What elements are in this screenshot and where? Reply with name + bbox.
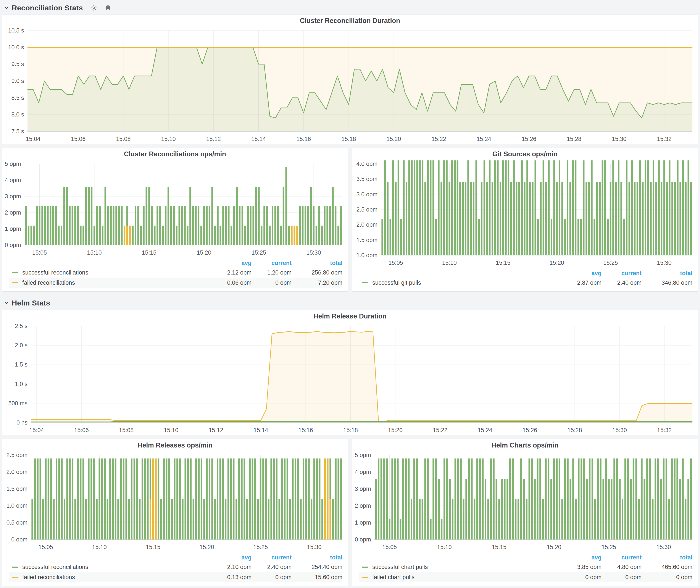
cluster-reconciliations-bar-chart[interactable]: 5 opm4 opm3 opm2 opm1 opm0 opm15:0515:10… [2,160,348,258]
legend-col-current[interactable]: current [602,554,642,561]
panel-title[interactable]: Helm Release Duration [2,310,698,323]
svg-text:15:16: 15:16 [296,136,311,142]
svg-text:15:25: 15:25 [603,260,618,266]
legend-series-label[interactable]: successful reconciliations [22,269,88,276]
svg-text:15:24: 15:24 [477,136,491,142]
svg-text:500 ms: 500 ms [8,400,27,407]
svg-text:7.5 s: 7.5 s [11,128,24,135]
svg-text:4 opm: 4 opm [5,177,21,183]
svg-text:15:06: 15:06 [71,136,86,142]
stat-current: 0 opm [252,279,292,286]
svg-text:15:14: 15:14 [253,427,268,433]
stat-current: 2.40 opm [602,279,642,286]
series-dash-icon [362,567,368,568]
legend-col-avg[interactable]: avg [206,260,252,267]
svg-text:1.5 opm: 1.5 opm [356,237,377,243]
svg-text:9.0 s: 9.0 s [11,78,24,84]
svg-text:1 opm: 1 opm [355,519,371,526]
svg-text:15:20: 15:20 [200,544,214,550]
helm-releases-bar-chart[interactable]: 2.5 opm2.0 opm1.5 opm1.0 opm0.5 opm0 opm… [2,452,348,552]
legend-col-total[interactable]: total [642,270,692,277]
section-reconciliation-stats[interactable]: Reconciliation Stats [3,2,698,13]
legend-col-avg[interactable]: avg [556,554,602,561]
stat-avg: 0 opm [556,574,602,581]
section-title[interactable]: Reconciliation Stats [12,4,83,12]
svg-text:15:20: 15:20 [197,249,211,256]
legend-row: failed reconciliations 0.06 opm 0 opm 7.… [9,278,342,288]
svg-text:15:24: 15:24 [478,427,492,433]
cluster-reconciliation-duration-chart[interactable]: 10.5 s10.0 s9.5 s9.0 s8.5 s8.0 s7.5 s15:… [2,27,698,144]
legend-col-current[interactable]: current [252,260,292,267]
legend-col-total[interactable]: total [292,554,342,561]
section-title[interactable]: Helm Stats [12,299,50,307]
legend-series-label[interactable]: successful chart pulls [372,564,428,570]
legend-series-failed-reconciliations[interactable]: failed reconciliations [12,574,206,581]
legend-col-total[interactable]: total [292,260,342,267]
svg-text:15:15: 15:15 [496,260,511,266]
stat-avg: 2.12 opm [206,269,252,276]
svg-text:3.5 opm: 3.5 opm [356,176,377,182]
legend-col-current[interactable]: current [252,554,292,561]
legend-series-successful-chart-pulls[interactable]: successful chart pulls [362,564,556,570]
svg-text:15:20: 15:20 [550,260,564,266]
git-sources-bar-chart[interactable]: 4.0 opm3.5 opm3.0 opm2.5 opm2.0 opm1.5 o… [352,160,698,268]
panel-helm-releases-opm: Helm Releases ops/min 2.5 opm2.0 opm1.5 … [2,439,348,586]
stat-current: 0 opm [602,574,642,581]
svg-text:1.0 opm: 1.0 opm [356,252,377,258]
svg-text:15:05: 15:05 [32,249,47,256]
stat-total: 346.80 opm [642,279,692,286]
panel-title[interactable]: Cluster Reconciliation Duration [2,15,698,27]
legend-col-avg[interactable]: avg [206,554,252,561]
panel-title[interactable]: Helm Charts ops/min [352,439,698,452]
legend-series-label[interactable]: failed reconciliations [22,279,75,286]
panel-helm-release-duration: Helm Release Duration 2.5 s2.0 s1.5 s1.0… [2,310,698,435]
svg-text:15:22: 15:22 [432,136,446,142]
legend-col-avg[interactable]: avg [556,270,602,277]
stat-avg: 2.87 opm [556,279,602,286]
section-helm-stats[interactable]: Helm Stats [3,297,698,309]
panel-git-sources-opm: Git Sources ops/min 4.0 opm3.5 opm3.0 op… [352,148,698,292]
helm-charts-bar-chart[interactable]: 5 opm4 opm3 opm2 opm1 opm0 opm15:0515:10… [352,452,698,552]
stat-current: 2.40 opm [252,564,292,570]
svg-text:3 opm: 3 opm [355,486,371,492]
svg-text:2.0 opm: 2.0 opm [6,469,27,475]
legend-row: successful reconciliations 2.12 opm 1.20… [9,268,342,278]
legend-series-label[interactable]: successful reconciliations [22,564,88,570]
legend-series-label[interactable]: failed chart pulls [372,574,415,581]
svg-text:1.0 opm: 1.0 opm [6,502,27,509]
panel-cluster-reconciliations-opm: Cluster Reconciliations ops/min 5 opm4 o… [2,148,348,292]
legend-series-failed-chart-pulls[interactable]: failed chart pulls [362,574,556,581]
legend-series-successful-reconciliations[interactable]: successful reconciliations [12,564,206,570]
svg-text:15:04: 15:04 [26,136,40,142]
svg-text:15:10: 15:10 [87,249,102,256]
legend-row: failed chart pulls 0 opm 0 opm 0 opm [359,572,692,582]
panel-title[interactable]: Git Sources ops/min [352,148,698,160]
svg-text:15:26: 15:26 [523,427,537,433]
svg-text:0 opm: 0 opm [11,536,27,543]
legend-col-current[interactable]: current [602,270,642,277]
stat-avg: 2.10 opm [206,564,252,570]
gear-icon[interactable] [90,4,97,11]
trash-icon[interactable] [105,4,111,11]
chevron-down-icon[interactable] [3,300,10,306]
panel-helm-charts-opm: Helm Charts ops/min 5 opm4 opm3 opm2 opm… [352,439,698,586]
legend: avg current total successful reconciliat… [2,258,348,291]
legend-series-successful-git-pulls[interactable]: successful git pulls [362,279,556,286]
legend-series-successful-reconciliations[interactable]: successful reconciliations [12,269,206,276]
legend-series-label[interactable]: successful git pulls [372,279,421,286]
svg-text:15:10: 15:10 [164,427,179,433]
legend-col-total[interactable]: total [642,554,692,561]
svg-text:15:18: 15:18 [341,136,356,142]
legend-series-failed-reconciliations[interactable]: failed reconciliations [12,279,206,286]
legend-series-label[interactable]: failed reconciliations [22,574,75,581]
panel-title[interactable]: Cluster Reconciliations ops/min [2,148,348,160]
legend: avg current total successful git pulls 2… [352,268,698,291]
legend-row: successful reconciliations 2.10 opm 2.40… [9,562,342,572]
panel-title[interactable]: Helm Releases ops/min [2,439,348,452]
helm-release-duration-chart[interactable]: 2.5 s2.0 s1.5 s1.0 s500 ms0 ns15:0415:06… [2,323,698,435]
svg-text:2.5 opm: 2.5 opm [6,452,27,458]
chevron-down-icon[interactable] [3,5,10,11]
stat-total: 0 opm [642,574,692,581]
series-dash-icon [12,577,18,578]
svg-text:15:18: 15:18 [343,427,358,433]
